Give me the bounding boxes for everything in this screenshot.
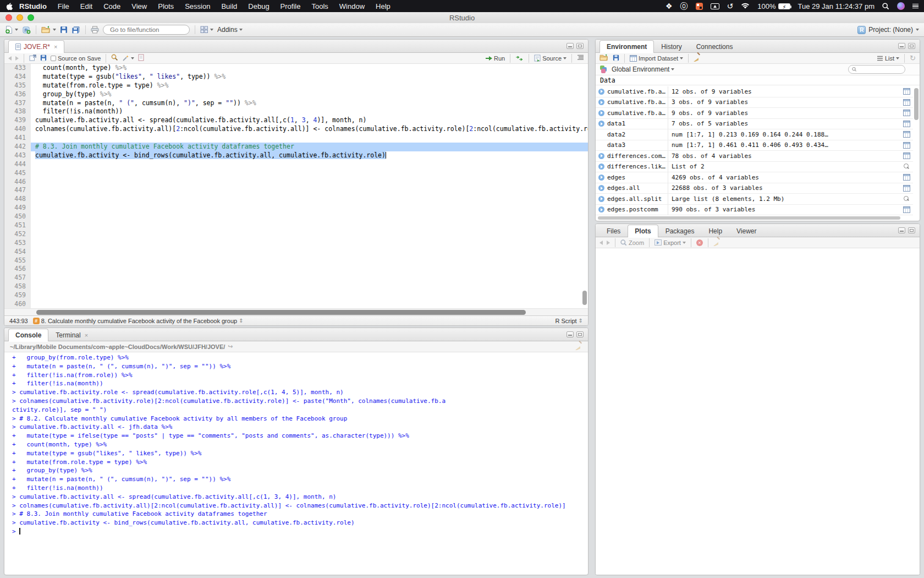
clear-console-icon[interactable]: [575, 343, 582, 350]
environment-vertical-scrollbar[interactable]: [913, 87, 919, 215]
run-button[interactable]: Run: [486, 55, 505, 62]
line-number[interactable]: 455: [4, 257, 31, 265]
tab-environment[interactable]: Environment: [600, 40, 654, 53]
menu-edit[interactable]: Edit: [75, 0, 98, 12]
menu-clock[interactable]: Tue 29 Jan 11:24:37 pm: [798, 2, 875, 10]
expand-object-icon[interactable]: [598, 121, 604, 127]
view-table-icon[interactable]: [903, 121, 910, 127]
environment-object-row[interactable]: cumulative.fb.a…9 obs. of 9 variables: [596, 108, 913, 119]
view-table-icon[interactable]: [903, 131, 910, 138]
minimize-window-button[interactable]: [16, 14, 23, 21]
maximize-pane-icon[interactable]: [908, 227, 915, 233]
line-number[interactable]: 457: [4, 274, 31, 282]
line-number[interactable]: 454: [4, 248, 31, 257]
section-jump-menu[interactable]: # 8. Calculate monthly cumulative Facebo…: [33, 318, 244, 324]
new-project-button[interactable]: R: [22, 25, 31, 34]
environment-object-row[interactable]: differences.lik…List of 2: [596, 162, 913, 173]
compile-report-icon[interactable]: [138, 54, 144, 62]
remove-plot-icon[interactable]: ×: [696, 239, 703, 246]
environment-search-input[interactable]: [859, 66, 901, 73]
zoom-plot-button[interactable]: Zoom: [620, 239, 644, 246]
clear-objects-icon[interactable]: [694, 54, 701, 62]
goto-file-input[interactable]: [110, 26, 195, 33]
zoom-window-button[interactable]: [28, 14, 34, 21]
close-tab-icon[interactable]: ×: [85, 332, 88, 339]
environment-object-row[interactable]: data3num [1:7, 1] 0.461 0.411 0.406 0.49…: [596, 140, 913, 151]
menu-session[interactable]: Session: [179, 0, 216, 12]
line-number[interactable]: 452: [4, 230, 31, 239]
environment-object-row[interactable]: edges.all.splitLarge list (8 elements, 1…: [596, 194, 913, 205]
maximize-pane-icon[interactable]: [908, 43, 915, 49]
line-number[interactable]: 438: [4, 107, 31, 116]
goto-file-search[interactable]: [103, 25, 190, 35]
editor-horizontal-scrollbar[interactable]: [4, 308, 588, 315]
line-number[interactable]: 446: [4, 178, 31, 187]
menu-help[interactable]: Help: [370, 0, 396, 12]
line-number[interactable]: 458: [4, 282, 31, 291]
editor-hscroll-thumb[interactable]: [36, 310, 526, 315]
environment-object-row[interactable]: cumulative.fb.a…3 obs. of 9 variables: [596, 97, 913, 108]
clear-all-plots-icon[interactable]: [713, 239, 721, 246]
tab-files[interactable]: Files: [600, 225, 628, 237]
tab-plots[interactable]: Plots: [628, 225, 658, 237]
inspect-object-icon[interactable]: [904, 163, 910, 170]
menu-code[interactable]: Code: [98, 0, 126, 12]
tab-viewer[interactable]: Viewer: [729, 225, 763, 237]
line-number[interactable]: 437: [4, 99, 31, 108]
save-document-icon[interactable]: [40, 54, 47, 62]
export-plot-button[interactable]: Export: [654, 239, 686, 246]
next-plot-icon[interactable]: [607, 241, 610, 245]
expand-object-icon[interactable]: [598, 163, 604, 170]
environment-object-row[interactable]: edges4269 obs. of 4 variables: [596, 172, 913, 183]
expand-object-icon[interactable]: [598, 175, 604, 181]
menu-window[interactable]: Window: [334, 0, 370, 12]
menu-view[interactable]: View: [126, 0, 152, 12]
minimize-pane-icon[interactable]: [898, 43, 905, 49]
time-machine-icon[interactable]: ↺: [727, 2, 734, 10]
refresh-icon[interactable]: ↻: [910, 54, 916, 62]
source-on-save-toggle[interactable]: Source on Save: [51, 55, 101, 62]
find-replace-icon[interactable]: [111, 54, 118, 62]
app-orange-icon[interactable]: [696, 3, 703, 10]
menu-tools[interactable]: Tools: [306, 0, 333, 12]
menu-profile[interactable]: Profile: [275, 0, 306, 12]
menu-plots[interactable]: Plots: [152, 0, 179, 12]
open-file-button[interactable]: [41, 26, 56, 34]
spotlight-search-icon[interactable]: [882, 3, 889, 10]
rerun-button[interactable]: [515, 56, 524, 61]
line-number[interactable]: 449: [4, 204, 31, 212]
minimize-pane-icon[interactable]: [566, 331, 574, 337]
tab-packages[interactable]: Packages: [658, 225, 702, 237]
inspect-object-icon[interactable]: [904, 196, 910, 202]
save-workspace-icon[interactable]: [613, 54, 619, 62]
forward-icon[interactable]: [15, 56, 19, 61]
expand-object-icon[interactable]: [598, 196, 604, 202]
back-icon[interactable]: [8, 56, 12, 61]
environment-object-row[interactable]: data17 obs. of 5 variables: [596, 119, 913, 130]
expand-object-icon[interactable]: [598, 99, 604, 105]
line-number[interactable]: 434: [4, 73, 31, 81]
popout-window-icon[interactable]: [29, 54, 36, 62]
line-number[interactable]: 440: [4, 125, 31, 134]
apple-logo-icon[interactable]: [6, 2, 13, 10]
line-number[interactable]: 459: [4, 291, 31, 300]
expand-object-icon[interactable]: [598, 89, 604, 95]
view-table-icon[interactable]: [903, 99, 910, 106]
goto-directory-icon[interactable]: ↪: [228, 343, 233, 350]
tab-terminal[interactable]: Terminal×: [48, 329, 95, 341]
save-all-button[interactable]: [72, 26, 80, 34]
tab-connections[interactable]: Connections: [689, 40, 740, 53]
expand-object-icon[interactable]: [598, 185, 604, 191]
dropbox-icon[interactable]: ❖: [666, 2, 673, 10]
source-on-save-checkbox[interactable]: [51, 56, 56, 61]
wifi-icon[interactable]: [741, 3, 750, 9]
tab-jove-r[interactable]: JOVE.R* ×: [8, 40, 64, 53]
expand-object-icon[interactable]: [598, 153, 604, 159]
line-number[interactable]: 451: [4, 221, 31, 230]
close-tab-icon[interactable]: ×: [54, 43, 57, 50]
document-outline-icon[interactable]: [577, 54, 584, 62]
line-number[interactable]: 448: [4, 195, 31, 204]
minimize-pane-icon[interactable]: [566, 43, 574, 49]
environment-object-row[interactable]: data2num [1:7, 1] 0.213 0.169 0.164 0.24…: [596, 129, 913, 140]
line-number[interactable]: 447: [4, 186, 31, 195]
